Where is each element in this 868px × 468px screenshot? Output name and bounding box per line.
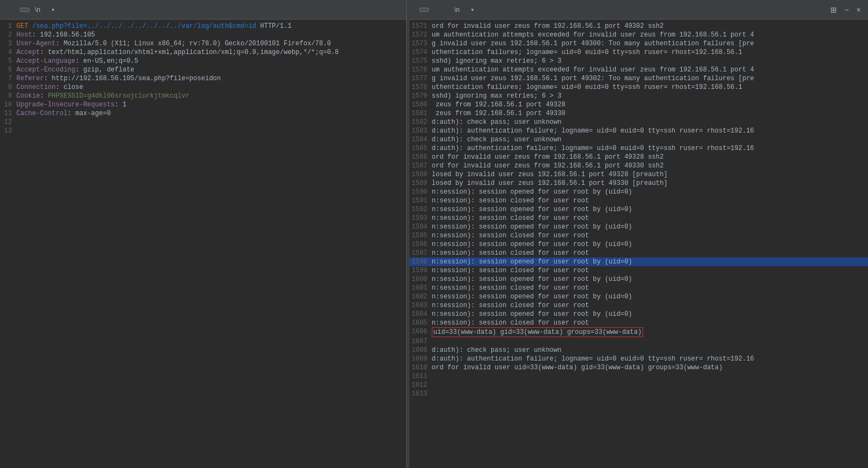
table-row: 1589losed by invalid user zeus 192.168.5… bbox=[409, 179, 868, 188]
line-content: n:session): session closed for user root bbox=[432, 231, 868, 240]
line-content: n:session): session opened for user root… bbox=[432, 223, 868, 231]
actions-dropdown-response[interactable]: ▾ bbox=[465, 5, 478, 14]
tab-render-response[interactable] bbox=[440, 8, 449, 11]
table-row: 1587ord for invalid user zeus from 192.1… bbox=[409, 161, 868, 170]
line-number: 1613 bbox=[409, 389, 432, 398]
line-content: n:session): session opened for user root… bbox=[432, 188, 868, 196]
table-row: 9Cookie: PHPSESSID=g4dkl06srsojclurkjtmk… bbox=[0, 92, 406, 100]
table-row: 1602n:session): session opened for user … bbox=[409, 292, 868, 301]
table-row: 1611 bbox=[409, 372, 868, 381]
line-number: 1603 bbox=[409, 301, 432, 310]
line-number: 1611 bbox=[409, 372, 432, 381]
table-row: 1583d:auth): authentication failure; log… bbox=[409, 127, 868, 135]
table-row: 1604n:session): session opened for user … bbox=[409, 310, 868, 319]
close-button[interactable]: × bbox=[854, 4, 864, 15]
table-row: 1612 bbox=[409, 381, 868, 389]
line-content: n:session): session closed for user root bbox=[432, 301, 868, 310]
line-number: 1585 bbox=[409, 144, 432, 153]
line-content: Accept: text/html,application/xhtml+xml,… bbox=[16, 48, 406, 57]
line-content: ord for invalid user uid=33(www-data) gi… bbox=[432, 363, 868, 372]
table-row: 1603n:session): session closed for user … bbox=[409, 301, 868, 310]
request-content[interactable]: 1GET /sea.php?file=../../../../../../../… bbox=[0, 20, 406, 468]
line-content: d:auth): check pass; user unknown bbox=[432, 346, 868, 355]
line-content: Host: 192.168.56.105 bbox=[16, 31, 406, 39]
table-row: 1571ord for invalid user zeus from 192.1… bbox=[409, 22, 868, 31]
line-content: n:session): session opened for user root… bbox=[432, 205, 868, 214]
table-row: 1579sshd) ignoring max retries; 6 > 3 bbox=[409, 92, 868, 100]
line-number: 1601 bbox=[409, 284, 432, 292]
line-number: 1 bbox=[0, 22, 16, 31]
response-content[interactable]: 1571ord for invalid user zeus from 192.1… bbox=[409, 20, 868, 468]
minimize-button[interactable]: − bbox=[842, 4, 852, 15]
table-row: 1581 zeus from 192.168.56.1 port 49330 bbox=[409, 109, 868, 118]
tab-pretty-response[interactable] bbox=[419, 8, 429, 12]
line-content: n:session): session opened for user root… bbox=[432, 240, 868, 249]
line-number: 6 bbox=[0, 65, 16, 74]
line-content: Upgrade-Insecure-Requests: 1 bbox=[16, 100, 406, 109]
line-number: 1579 bbox=[409, 92, 432, 100]
line-number: 1597 bbox=[409, 249, 432, 257]
request-header: \n ▾ bbox=[0, 0, 406, 20]
table-row: 2Host: 192.168.56.105 bbox=[0, 31, 406, 39]
line-content: sshd) ignoring max retries; 6 > 3 bbox=[432, 57, 868, 65]
line-number: 1575 bbox=[409, 57, 432, 65]
tab-ln-response[interactable]: \n bbox=[450, 4, 464, 15]
table-row: 4Accept: text/html,application/xhtml+xml… bbox=[0, 48, 406, 57]
line-content: Accept-Language: en-US,en;q=0.5 bbox=[16, 57, 406, 65]
table-row: 1599n:session): session closed for user … bbox=[409, 266, 868, 275]
table-row: 1609d:auth): authentication failure; log… bbox=[409, 355, 868, 363]
line-number: 1581 bbox=[409, 109, 432, 118]
line-number: 1612 bbox=[409, 381, 432, 389]
tab-pretty-request[interactable] bbox=[10, 8, 19, 11]
tab-raw-request[interactable] bbox=[20, 8, 29, 12]
response-toolbar-right: ⊞ − × bbox=[828, 4, 864, 15]
line-number: 1590 bbox=[409, 188, 432, 196]
line-number: 1595 bbox=[409, 231, 432, 240]
line-content: losed by invalid user zeus 192.168.56.1 … bbox=[432, 179, 868, 188]
line-content: zeus from 192.168.56.1 port 49328 bbox=[432, 100, 868, 109]
line-number: 11 bbox=[0, 109, 16, 118]
line-content: Cookie: PHPSESSID=g4dkl06srsojclurkjtmkc… bbox=[16, 92, 406, 100]
grid-icon-button[interactable]: ⊞ bbox=[828, 4, 840, 15]
line-number: 1578 bbox=[409, 83, 432, 92]
line-content: losed by invalid user zeus 192.168.56.1 … bbox=[432, 170, 868, 179]
line-content: um authentication attempts exceeded for … bbox=[432, 31, 868, 39]
line-content: n:session): session closed for user root bbox=[432, 266, 868, 275]
line-number: 1582 bbox=[409, 118, 432, 127]
chevron-down-icon: ▾ bbox=[52, 7, 55, 13]
chevron-down-icon-response: ▾ bbox=[471, 7, 474, 13]
line-number: 1584 bbox=[409, 135, 432, 144]
table-row: 1592n:session): session opened for user … bbox=[409, 205, 868, 214]
line-content: d:auth): check pass; user unknown bbox=[432, 135, 868, 144]
line-content: um authentication attempts exceeded for … bbox=[432, 65, 868, 74]
table-row: 1595n:session): session closed for user … bbox=[409, 231, 868, 240]
table-row: 3User-Agent: Mozilla/5.0 (X11; Linux x86… bbox=[0, 39, 406, 48]
line-number: 1599 bbox=[409, 266, 432, 275]
line-number: 1602 bbox=[409, 292, 432, 301]
line-content: d:auth): check pass; user unknown bbox=[432, 118, 868, 127]
line-number: 8 bbox=[0, 83, 16, 92]
table-row: 8Connection: close bbox=[0, 83, 406, 92]
tab-raw-response[interactable] bbox=[430, 8, 439, 11]
line-number: 1596 bbox=[409, 240, 432, 249]
line-content: n:session): session closed for user root bbox=[432, 196, 868, 205]
line-content: n:session): session closed for user root bbox=[432, 319, 868, 327]
table-row: 1598n:session): session opened for user … bbox=[409, 257, 868, 266]
line-number: 1573 bbox=[409, 39, 432, 48]
table-row: 1607 bbox=[409, 337, 868, 346]
line-number: 1606 bbox=[409, 327, 432, 337]
line-number: 1589 bbox=[409, 179, 432, 188]
line-number: 2 bbox=[0, 31, 16, 39]
line-number: 1598 bbox=[409, 257, 432, 266]
line-number: 10 bbox=[0, 100, 16, 109]
table-row: 1586ord for invalid user zeus from 192.1… bbox=[409, 153, 868, 161]
tab-ln-request[interactable]: \n bbox=[31, 4, 45, 15]
line-content: uthentication failures; logname= uid=0 e… bbox=[432, 48, 868, 57]
line-content bbox=[432, 372, 868, 381]
table-row: 1GET /sea.php?file=../../../../../../../… bbox=[0, 22, 406, 31]
actions-dropdown-request[interactable]: ▾ bbox=[46, 5, 59, 14]
table-row: 1585d:auth): authentication failure; log… bbox=[409, 144, 868, 153]
line-number: 1583 bbox=[409, 127, 432, 135]
table-row: 1575sshd) ignoring max retries; 6 > 3 bbox=[409, 57, 868, 65]
table-row: 1577g invalid user zeus 192.168.56.1 por… bbox=[409, 74, 868, 83]
